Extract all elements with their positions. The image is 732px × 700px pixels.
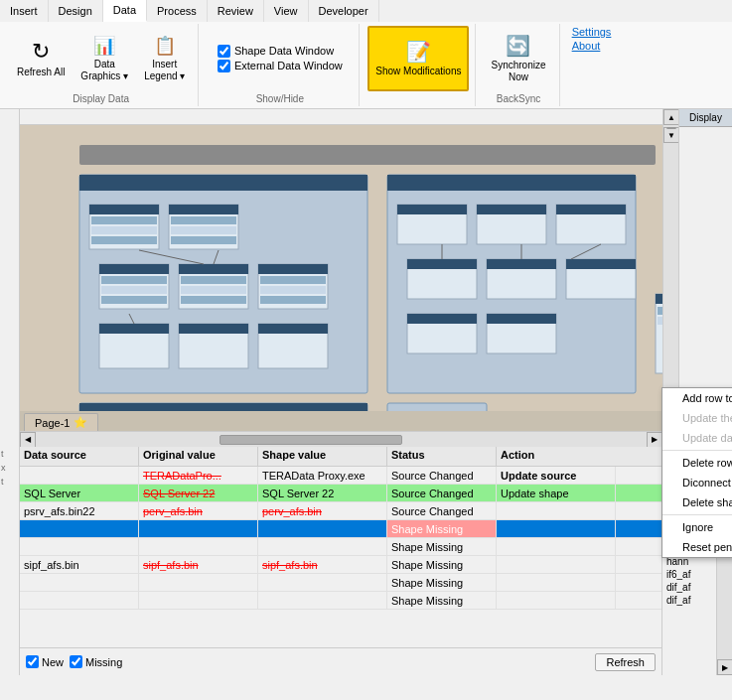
external-data-checkbox[interactable] xyxy=(218,60,230,72)
svg-rect-19 xyxy=(101,296,167,304)
ctx-sep2 xyxy=(662,514,732,515)
col-original-value: Original value xyxy=(139,447,258,466)
backsync-buttons: 🔄 SynchronizeNow xyxy=(484,26,552,91)
cell-datasource-3 xyxy=(20,520,139,537)
table-row[interactable]: psrv_afs.bin22 perv_afs.bin perv_afs.bin… xyxy=(20,502,661,520)
missing-checkbox[interactable] xyxy=(70,655,82,668)
svg-rect-37 xyxy=(397,205,467,214)
display-tab-label: Display xyxy=(679,109,732,127)
cell-status-4: Shape Missing xyxy=(387,538,497,555)
row-label-t: t xyxy=(0,447,19,461)
svg-rect-13 xyxy=(171,226,236,234)
ctx-delete-shape[interactable]: Delete shape xyxy=(662,492,732,512)
grid-body[interactable]: TERADataPro... TERAData Proxy.exe Source… xyxy=(20,467,661,647)
external-data-label: External Data Window xyxy=(234,60,343,71)
canvas-hscroll[interactable]: ◀ ▶ xyxy=(20,431,662,447)
group-settings: Settings About xyxy=(562,24,622,106)
tab-view[interactable]: View xyxy=(264,0,309,22)
ctx-disconnect[interactable]: Diconnect shape from data xyxy=(662,473,732,492)
settings-link[interactable]: Settings xyxy=(572,26,612,38)
cell-status-7: Shape Missing xyxy=(387,592,497,609)
page-tab-1[interactable]: Page-1 ⭐ xyxy=(24,413,98,431)
hscroll-right-btn[interactable]: ▶ xyxy=(647,432,662,448)
tab-review[interactable]: Review xyxy=(208,0,264,22)
missing-label: Missing xyxy=(85,656,122,668)
cell-origval-3 xyxy=(139,520,258,537)
ctx-add-row[interactable]: Add row to the source xyxy=(662,388,732,408)
svg-rect-55 xyxy=(658,317,662,325)
shape-data-checkbox-label[interactable]: Shape Data Window xyxy=(218,45,343,58)
ctx-delete-row[interactable]: Delete row from source xyxy=(662,453,732,473)
orig-strikethrough-0: TERADataPro... xyxy=(143,470,221,482)
table-row[interactable]: TERADataPro... TERAData Proxy.exe Source… xyxy=(20,467,661,485)
table-row[interactable]: Shape Missing xyxy=(20,538,661,556)
svg-rect-35 xyxy=(258,324,328,334)
tab-developer[interactable]: Developer xyxy=(309,0,379,22)
cell-status-0: Source Changed xyxy=(387,467,497,484)
top-ruler xyxy=(20,109,662,125)
new-checkbox-label[interactable]: New xyxy=(26,655,64,668)
missing-checkbox-label[interactable]: Missing xyxy=(70,655,122,668)
data-grid: Data source Original value Shape value S… xyxy=(20,447,661,647)
new-checkbox[interactable] xyxy=(26,655,39,668)
orig-strikethrough-2: perv_afs.bin xyxy=(143,505,203,517)
refresh-footer-button[interactable]: Refresh xyxy=(595,653,656,671)
bottom-vscroll-down[interactable]: ▶ xyxy=(717,659,732,675)
tab-design[interactable]: Design xyxy=(49,0,103,22)
show-modifications-button[interactable]: 📝 Show Modifications xyxy=(367,26,469,91)
svg-rect-29 xyxy=(260,296,326,304)
svg-rect-9 xyxy=(91,236,157,244)
shape-data-checkbox[interactable] xyxy=(218,45,230,58)
ctx-sep1 xyxy=(662,450,732,451)
ribbon-content: ↻ Refresh All 📊 DataGraphics ▾ 📋 InsertL… xyxy=(0,22,732,108)
settings-links: Settings About xyxy=(572,26,612,52)
table-row[interactable]: SQL Server SQL Server 22 SQL Server 22 S… xyxy=(20,485,661,502)
about-link[interactable]: About xyxy=(572,40,612,52)
synchronize-now-button[interactable]: 🔄 SynchronizeNow xyxy=(484,26,552,91)
cell-shapeval-3 xyxy=(258,520,387,537)
table-row[interactable]: Shape Missing xyxy=(20,574,661,592)
table-row[interactable]: Shape Missing xyxy=(20,592,661,610)
ctx-reset[interactable]: Reset pending action to default xyxy=(662,537,732,557)
table-row[interactable]: Shape Missing xyxy=(20,520,661,538)
grid-header: Data source Original value Shape value S… xyxy=(20,447,661,467)
cell-shapeval-5: sipf_afs.bin xyxy=(258,556,387,573)
svg-rect-12 xyxy=(171,216,236,224)
vscroll-thumb[interactable] xyxy=(666,127,676,129)
tab-process[interactable]: Process xyxy=(147,0,208,22)
svg-rect-17 xyxy=(101,276,167,284)
bottom-area: t x t Data source Original value Shape v… xyxy=(0,447,732,675)
canvas-area[interactable]: Page-1 ⭐ xyxy=(20,125,662,431)
insert-legend-button[interactable]: 📋 InsertLegend ▾ xyxy=(137,26,192,91)
hscroll-left-btn[interactable]: ◀ xyxy=(20,432,36,448)
vscroll-up-btn[interactable]: ▲ xyxy=(663,109,679,125)
hscroll-thumb[interactable] xyxy=(220,435,401,445)
show-hide-checkboxes: Shape Data Window External Data Window xyxy=(218,26,343,91)
hscroll-track[interactable] xyxy=(38,435,645,445)
col-status: Status xyxy=(387,447,497,466)
shape-strikethrough-2: perv_afs.bin xyxy=(262,505,322,517)
ribbon: Insert Design Data Process Review View D… xyxy=(0,0,732,109)
data-graphics-button[interactable]: 📊 DataGraphics ▾ xyxy=(73,26,135,91)
synchronize-icon: 🔄 xyxy=(506,34,530,58)
main-area: Page-1 ⭐ ◀ ▶ ▲ ▼ Display xyxy=(0,109,732,447)
orig-strikethrough-5: sipf_afs.bin xyxy=(143,559,199,571)
right-side-bottom: Add row to the source Update the shape U… xyxy=(661,447,732,675)
show-hide-label: Show/Hide xyxy=(256,91,304,104)
table-row[interactable]: sipf_afs.bin sipf_afs.bin sipf_afs.bin S… xyxy=(20,556,661,574)
vscroll-down-btn[interactable]: ▼ xyxy=(663,127,679,143)
cell-status-6: Shape Missing xyxy=(387,574,497,591)
show-mod-buttons: 📝 Show Modifications xyxy=(367,26,469,91)
row-label-t2: t xyxy=(0,475,19,489)
col-data-source: Data source xyxy=(20,447,139,466)
external-data-checkbox-label[interactable]: External Data Window xyxy=(218,60,343,72)
tab-data[interactable]: Data xyxy=(103,0,147,22)
tab-insert[interactable]: Insert xyxy=(0,0,49,22)
ctx-ignore[interactable]: Ignore xyxy=(662,517,732,537)
svg-rect-22 xyxy=(181,276,246,284)
show-modifications-icon: 📝 xyxy=(406,40,431,64)
cell-action-6 xyxy=(497,574,616,591)
refresh-button[interactable]: ↻ Refresh All xyxy=(10,26,72,91)
bottom-left-ruler: t x t xyxy=(0,447,20,675)
col-shape-value: Shape value xyxy=(258,447,387,466)
